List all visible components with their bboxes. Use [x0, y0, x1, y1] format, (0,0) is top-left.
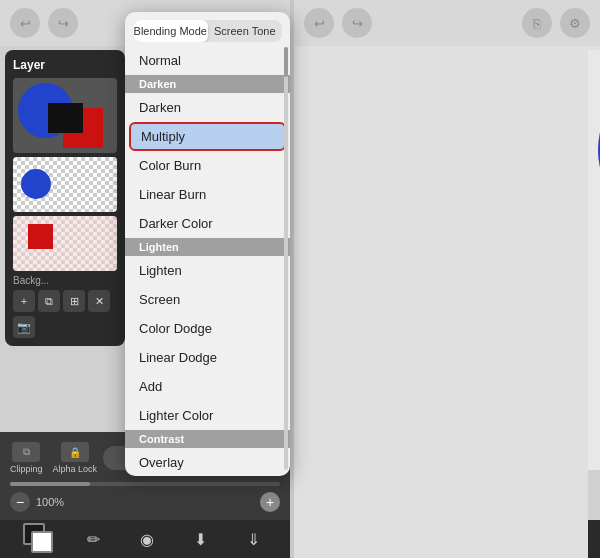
bottom-tool-row-right: ⊹ ✏ ⬇ ⇓ 2 — [588, 520, 600, 558]
right-panel: ↩ ↪ ⎘ ⚙ 2 Ref 1 Canvas Current Layer — [294, 0, 600, 558]
layer-main-preview[interactable] — [13, 78, 117, 153]
blend-scrollbar[interactable] — [284, 47, 288, 470]
layer-tools: + ⧉ ⊞ ✕ — [13, 290, 117, 312]
layer-art — [13, 78, 117, 153]
right-top-toolbar: ↩ ↪ ⎘ ⚙ — [294, 0, 600, 46]
down-arrow-1[interactable]: ⬇ — [186, 525, 214, 553]
add-layer-button[interactable]: + — [13, 290, 35, 312]
blend-layer-button[interactable]: ⊞ — [63, 290, 85, 312]
smudge-tool[interactable]: ◉ — [133, 525, 161, 553]
blend-list: Normal Darken Darken Multiply Color Burn… — [125, 46, 290, 476]
blend-item-add[interactable]: Add — [125, 372, 290, 401]
layer-back-label: Backg... — [13, 275, 117, 286]
alpha-lock-icon: 🔒 — [61, 442, 89, 462]
layer-panel-title: Layer — [13, 58, 117, 72]
down-arrow-2[interactable]: ⇓ — [239, 525, 267, 553]
blend-scrollbar-thumb — [284, 47, 288, 77]
camera-button[interactable]: 📷 — [13, 316, 35, 338]
delete-layer-button[interactable]: ✕ — [88, 290, 110, 312]
blend-item-overlay[interactable]: Overlay — [125, 448, 290, 476]
right-settings-button[interactable]: ⚙ — [560, 8, 590, 38]
tab-blending-mode[interactable]: Blending Mode — [133, 20, 208, 42]
zoom-row: − 100% + — [0, 488, 290, 516]
brush-tool[interactable]: ✏ — [80, 525, 108, 553]
zoom-percent: 100% — [36, 496, 64, 508]
layer-art-black-rect — [48, 103, 83, 133]
right-export-button[interactable]: ⎘ — [522, 8, 552, 38]
clipping-label: Clipping — [10, 464, 43, 474]
alpha-lock-button[interactable]: 🔒 Alpha Lock — [53, 442, 98, 474]
duplicate-layer-button[interactable]: ⧉ — [38, 290, 60, 312]
blend-item-lighter-color[interactable]: Lighter Color — [125, 401, 290, 430]
right-undo-button[interactable]: ↩ — [304, 8, 334, 38]
redo-button[interactable]: ↪ — [48, 8, 78, 38]
blend-section-contrast: Contrast — [125, 430, 290, 448]
layer-thumb-1[interactable] — [13, 157, 117, 212]
scroll-bar[interactable] — [10, 482, 280, 486]
undo-button[interactable]: ↩ — [10, 8, 40, 38]
zoom-plus-button[interactable]: + — [260, 492, 280, 512]
layer-panel: Layer Backg... + ⧉ ⊞ ✕ 📷 — [5, 50, 125, 346]
color-swatch-white[interactable] — [31, 531, 53, 553]
thumb-red-square — [28, 224, 53, 249]
blend-item-normal[interactable]: Normal — [125, 46, 290, 75]
zoom-minus-button[interactable]: − — [10, 492, 30, 512]
blend-item-darker-color[interactable]: Darker Color — [125, 209, 290, 238]
blend-mode-dropdown: Blending Mode Screen Tone Normal Darken … — [125, 12, 290, 476]
right-redo-button[interactable]: ↪ — [342, 8, 372, 38]
bottom-bar-right: Ref 1 Canvas Current Layer — [588, 470, 600, 520]
blend-section-lighten: Lighten — [125, 238, 290, 256]
blend-tabs: Blending Mode Screen Tone — [133, 20, 282, 42]
scroll-bar-thumb — [10, 482, 90, 486]
blend-item-screen[interactable]: Screen — [125, 285, 290, 314]
color-swatches[interactable] — [23, 523, 55, 555]
blend-item-multiply[interactable]: Multiply — [129, 122, 286, 151]
blend-item-linear-burn[interactable]: Linear Burn — [125, 180, 290, 209]
blend-item-lighten[interactable]: Lighten — [125, 256, 290, 285]
tab-screen-tone[interactable]: Screen Tone — [208, 20, 283, 42]
thumb-blue-circle — [21, 169, 51, 199]
clipping-button[interactable]: ⧉ Clipping — [10, 442, 43, 474]
blend-item-color-burn[interactable]: Color Burn — [125, 151, 290, 180]
blend-section-darken: Darken — [125, 75, 290, 93]
bottom-tool-row-left: ✏ ◉ ⬇ ⇓ — [0, 520, 290, 558]
blend-item-linear-dodge[interactable]: Linear Dodge — [125, 343, 290, 372]
layer-thumb-2[interactable] — [13, 216, 117, 271]
clipping-icon: ⧉ — [12, 442, 40, 462]
canvas-area[interactable]: 2 — [588, 50, 600, 510]
alpha-label: Alpha Lock — [53, 464, 98, 474]
blend-item-color-dodge[interactable]: Color Dodge — [125, 314, 290, 343]
blend-item-darken[interactable]: Darken — [125, 93, 290, 122]
